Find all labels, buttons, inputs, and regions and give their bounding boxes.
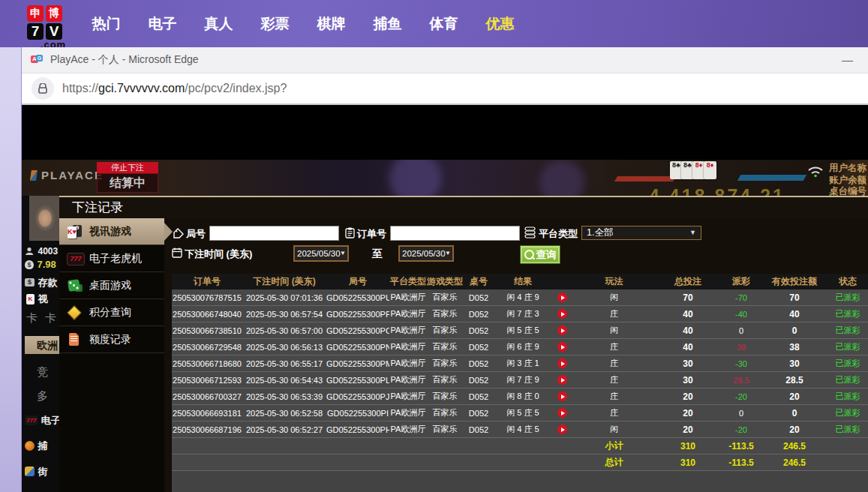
nav-item-lottery[interactable]: 彩票 bbox=[247, 14, 303, 34]
cell-status: 已派彩 bbox=[827, 290, 868, 306]
dianzi-row[interactable]: 777 电子 bbox=[25, 413, 61, 428]
cell-game-type: 百家乐 bbox=[427, 388, 463, 405]
replay-play-icon[interactable] bbox=[557, 375, 567, 385]
menu-item-points-inquiry[interactable]: 积分查询 bbox=[59, 299, 164, 326]
fishing-row[interactable]: 捕 bbox=[25, 439, 47, 453]
screen: 申 博 7 V .com 热门 电子 真人 彩票 棋牌 捕鱼 体育 优惠 AG … bbox=[0, 0, 868, 492]
replay-play-icon[interactable] bbox=[557, 424, 567, 434]
europe-label: 欧洲 bbox=[37, 339, 58, 352]
order-no-input[interactable] bbox=[390, 226, 520, 241]
chevron-down-icon: ▼ bbox=[445, 247, 451, 260]
cell-table-no: D052 bbox=[463, 422, 494, 438]
cell-platform-type: PA欧洲厅 bbox=[389, 356, 427, 372]
cell-valid-bet: 0 bbox=[762, 322, 827, 339]
cell-replay bbox=[551, 405, 572, 422]
table-row: 2505300666931812025-05-30 06:52:58GD0522… bbox=[172, 405, 868, 422]
cell-valid-bet: 40 bbox=[762, 306, 827, 322]
replay-play-icon[interactable] bbox=[557, 358, 567, 368]
edge-url-bar: https://gci.7vvvvvv.com/pc/pcv2/index.js… bbox=[22, 74, 868, 105]
cell-payout: -40 bbox=[720, 306, 762, 322]
menu-label: 电子老虎机 bbox=[89, 252, 142, 266]
cell-game-no: GD052255300PI bbox=[326, 405, 389, 422]
cell-game-type: 百家乐 bbox=[427, 372, 463, 388]
address-input[interactable]: https://gci.7vvvvvv.com/pc/pcv2/index.js… bbox=[62, 82, 287, 95]
replay-play-icon[interactable] bbox=[557, 309, 567, 319]
bet-records-modal: 下注记录 9K♥ 视讯游戏 777 电子老虎机 bbox=[59, 196, 868, 492]
cell-status: 已派彩 bbox=[827, 322, 868, 339]
cell-table-no: D052 bbox=[463, 388, 494, 405]
nav-item-electronic[interactable]: 电子 bbox=[134, 14, 191, 34]
grand-total-label: 总计 bbox=[572, 454, 656, 471]
menu-item-table-games[interactable]: 桌面游戏 bbox=[59, 272, 164, 299]
cell-table-no: D052 bbox=[463, 322, 494, 339]
cell-bet-type: 庄 bbox=[572, 405, 656, 422]
nav-item-sports[interactable]: 体育 bbox=[416, 14, 472, 34]
game-no-input[interactable] bbox=[209, 226, 339, 241]
cell-bet-time: 2025-05-30 06:52:27 bbox=[242, 422, 326, 438]
nav-item-live[interactable]: 真人 bbox=[191, 14, 247, 34]
replay-play-icon[interactable] bbox=[557, 292, 567, 302]
platform-type-select[interactable]: 1.全部 ▼ bbox=[581, 226, 701, 240]
cell-order-no: 250530066693181 bbox=[172, 405, 242, 422]
site-logo[interactable]: 申 博 7 V .com bbox=[27, 5, 80, 50]
date-from-select[interactable]: 2025/05/30 ▼ bbox=[293, 245, 349, 262]
banner-user-info: 用户名称 账户余额 桌台编号 bbox=[829, 163, 866, 196]
video-label: 视 bbox=[38, 293, 47, 304]
replay-play-icon[interactable] bbox=[557, 392, 567, 401]
cell-table-no: D052 bbox=[463, 339, 494, 356]
cell-total-bet: 40 bbox=[656, 339, 720, 356]
fishing-label: 捕 bbox=[38, 440, 47, 452]
deposit-row[interactable]: $ 存款 bbox=[25, 275, 57, 290]
avatar bbox=[29, 196, 61, 241]
cell-valid-bet: 30 bbox=[762, 356, 827, 372]
menu-item-quota-records[interactable]: 额度记录 bbox=[59, 326, 164, 353]
kaka-label[interactable]: 卡卡 bbox=[26, 311, 64, 326]
logo-char-4: V bbox=[46, 23, 62, 40]
menu-item-slots[interactable]: 777 电子老虎机 bbox=[59, 245, 164, 272]
table-row: 2505300667480402025-05-30 06:57:54GD0522… bbox=[172, 306, 868, 322]
duo-label[interactable]: 多 bbox=[37, 389, 48, 404]
jing-label[interactable]: 竞 bbox=[37, 365, 48, 380]
subtotal-payout: -113.5 bbox=[720, 438, 762, 454]
cell-game-no: GD052255300PL bbox=[326, 372, 389, 388]
nav-item-hot[interactable]: 热门 bbox=[78, 14, 134, 34]
header-result: 结果 bbox=[494, 274, 551, 290]
grand-total-total-bet: 310 bbox=[656, 454, 720, 471]
chevron-down-icon: ▼ bbox=[340, 247, 346, 260]
street-row[interactable]: 街 bbox=[25, 464, 47, 478]
cell-bet-type: 庄 bbox=[572, 388, 656, 405]
cell-bet-time: 2025-05-30 06:52:58 bbox=[242, 405, 326, 422]
video-row[interactable]: K 视 bbox=[26, 292, 47, 306]
lock-icon[interactable] bbox=[32, 77, 54, 100]
cell-total-bet: 30 bbox=[656, 356, 720, 372]
nav-item-promotions[interactable]: 优惠 bbox=[472, 14, 528, 34]
nav-item-chess[interactable]: 棋牌 bbox=[303, 14, 359, 34]
cell-replay bbox=[551, 422, 572, 438]
minimize-button[interactable]: — bbox=[842, 53, 853, 66]
user-id: 4003 bbox=[38, 246, 58, 256]
europe-tab-selected[interactable]: 欧洲 bbox=[25, 336, 61, 354]
cell-result: 闲 4 庄 5 bbox=[494, 422, 551, 438]
cell-payout: 0 bbox=[720, 405, 762, 422]
grand-total-row: 总计 310 -113.5 246.5 bbox=[172, 454, 868, 471]
replay-play-icon[interactable] bbox=[557, 408, 567, 418]
menu-item-video-games[interactable]: 9K♥ 视讯游戏 bbox=[59, 218, 164, 245]
logo-char-1: 申 bbox=[27, 5, 44, 22]
modal-content: 局号 订单号 平台类型 1.全部 ▼ bbox=[164, 218, 868, 492]
replay-play-icon[interactable] bbox=[557, 326, 567, 335]
date-to-select[interactable]: 2025/05/30 ▼ bbox=[398, 245, 454, 262]
cell-bet-time: 2025-05-30 06:54:43 bbox=[242, 372, 326, 388]
cell-result: 闲 7 庄 9 bbox=[494, 372, 551, 388]
cell-total-bet: 20 bbox=[656, 422, 720, 438]
cell-bet-type: 闲 bbox=[572, 290, 656, 306]
platform-type-value: 1.全部 bbox=[587, 227, 613, 238]
replay-play-icon[interactable] bbox=[557, 342, 567, 352]
search-button[interactable]: 查询 bbox=[520, 245, 560, 264]
user-name-label: 用户名称 bbox=[829, 163, 866, 175]
cell-bet-type: 闲 bbox=[572, 422, 656, 438]
cell-replay bbox=[551, 339, 572, 356]
nav-item-fishing[interactable]: 捕鱼 bbox=[359, 14, 416, 34]
menu-label: 额度记录 bbox=[89, 333, 131, 346]
cell-bet-type: 庄 bbox=[572, 372, 656, 388]
table-row: 2505300767875152025-05-30 07:01:36GD0522… bbox=[172, 290, 868, 306]
